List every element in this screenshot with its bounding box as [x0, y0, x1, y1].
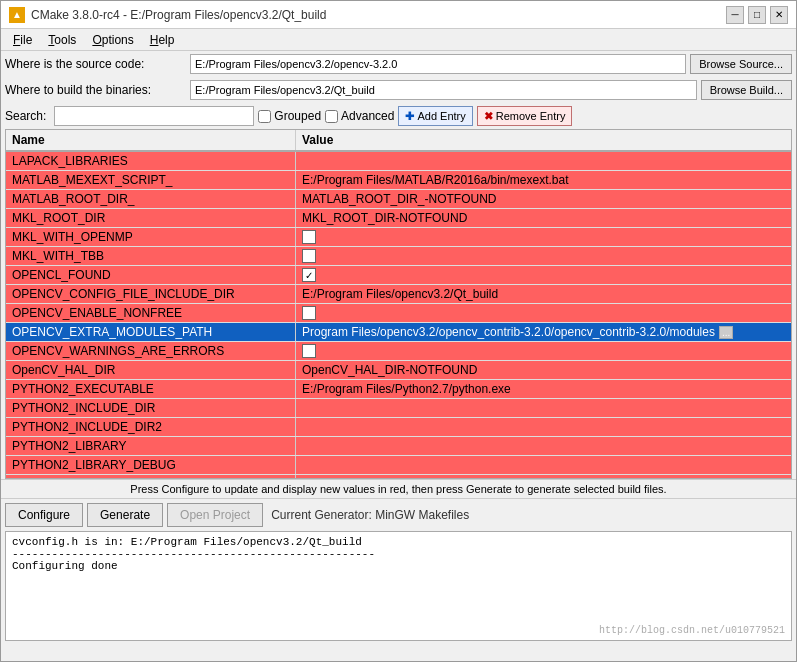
table-row[interactable]: OPENCV_WARNINGS_ARE_ERRORS [6, 342, 791, 361]
log-watermark: http://blog.csdn.net/u010779521 [599, 625, 785, 636]
bottom-buttons: Configure Generate Open Project Current … [1, 498, 796, 531]
generate-button[interactable]: Generate [87, 503, 163, 527]
table-row[interactable]: PYTHON2_INCLUDE_DIR [6, 399, 791, 418]
checkbox-cell[interactable]: ✓ [302, 268, 316, 282]
cell-name: PYTHON2_INCLUDE_DIR2 [6, 418, 296, 436]
table-row[interactable]: OPENCV_CONFIG_FILE_INCLUDE_DIRE:/Program… [6, 285, 791, 304]
value-column-header: Value [296, 130, 791, 150]
table-row[interactable]: OPENCV_EXTRA_MODULES_PATHProgram Files/o… [6, 323, 791, 342]
search-input[interactable] [54, 106, 254, 126]
close-button[interactable]: ✕ [770, 6, 788, 24]
add-entry-label: Add Entry [417, 110, 465, 122]
table-row[interactable]: OpenCV_HAL_DIROpenCV_HAL_DIR-NOTFOUND [6, 361, 791, 380]
table-row[interactable]: MATLAB_ROOT_DIR_MATLAB_ROOT_DIR_-NOTFOUN… [6, 190, 791, 209]
table-header: Name Value [6, 130, 791, 152]
open-project-button[interactable]: Open Project [167, 503, 263, 527]
table-row[interactable]: OPENCV_ENABLE_NONFREE [6, 304, 791, 323]
cell-name: OPENCV_CONFIG_FILE_INCLUDE_DIR [6, 285, 296, 303]
menu-help[interactable]: Help [142, 31, 183, 49]
source-label: Where is the source code: [5, 57, 190, 71]
menu-options[interactable]: Options [84, 31, 141, 49]
log-lines: cvconfig.h is in: E:/Program Files/openc… [12, 536, 785, 572]
log-line: cvconfig.h is in: E:/Program Files/openc… [12, 536, 785, 548]
cell-name: OPENCV_EXTRA_MODULES_PATH [6, 323, 296, 341]
more-button[interactable]: ... [719, 326, 733, 339]
build-input[interactable] [190, 80, 697, 100]
cell-name: PYTHON2_LIBRARY [6, 437, 296, 455]
grouped-checkbox[interactable] [258, 110, 271, 123]
minimize-button[interactable]: ─ [726, 6, 744, 24]
checkbox-cell[interactable] [302, 306, 316, 320]
cell-value: MKL_ROOT_DIR-NOTFOUND [296, 209, 791, 227]
remove-entry-button[interactable]: ✖ Remove Entry [477, 106, 573, 126]
table-row[interactable]: PYTHON2_EXECUTABLEE:/Program Files/Pytho… [6, 380, 791, 399]
checkbox-cell[interactable] [302, 230, 316, 244]
cell-name: PYTHON2_EXECUTABLE [6, 380, 296, 398]
entries-table: Name Value LAPACK_LIBRARIESMATLAB_MEXEXT… [5, 129, 792, 479]
search-row: Search: Grouped Advanced ✚ Add Entry ✖ R… [1, 103, 796, 129]
menu-file[interactable]: File [5, 31, 40, 49]
cell-value [296, 456, 791, 474]
table-row[interactable]: PYTHON2_LIBRARY_DEBUG [6, 456, 791, 475]
cell-name: OPENCL_FOUND [6, 266, 296, 284]
window-controls: ─ □ ✕ [726, 6, 788, 24]
cell-name: LAPACK_LIBRARIES [6, 152, 296, 170]
table-row[interactable]: MATLAB_MEXEXT_SCRIPT_E:/Program Files/MA… [6, 171, 791, 190]
status-text: Press Configure to update and display ne… [130, 483, 666, 495]
table-row[interactable]: MKL_ROOT_DIRMKL_ROOT_DIR-NOTFOUND [6, 209, 791, 228]
browse-source-button[interactable]: Browse Source... [690, 54, 792, 74]
table-row[interactable]: MKL_WITH_TBB [6, 247, 791, 266]
table-row[interactable]: LAPACK_LIBRARIES [6, 152, 791, 171]
table-body: LAPACK_LIBRARIESMATLAB_MEXEXT_SCRIPT_E:/… [6, 152, 791, 479]
checkbox-cell[interactable] [302, 249, 316, 263]
grouped-label: Grouped [274, 109, 321, 123]
cell-name: OPENCV_ENABLE_NONFREE [6, 304, 296, 322]
table-row[interactable]: MKL_WITH_OPENMP [6, 228, 791, 247]
remove-icon: ✖ [484, 110, 493, 123]
cell-name: OPENCV_WARNINGS_ARE_ERRORS [6, 342, 296, 360]
cell-value [296, 152, 791, 170]
log-line: Configuring done [12, 560, 785, 572]
cell-value: Program Files/opencv3.2/opencv_contrib-3… [296, 323, 791, 341]
cell-value: ✓ [296, 266, 791, 284]
add-entry-button[interactable]: ✚ Add Entry [398, 106, 472, 126]
build-label: Where to build the binaries: [5, 83, 190, 97]
cell-value: E:/Program Files/Python2.7/python.exe [296, 380, 791, 398]
table-row[interactable]: PYTHON2_LIBRARY [6, 437, 791, 456]
advanced-label: Advanced [341, 109, 394, 123]
title-bar: ▲ CMake 3.8.0-rc4 - E:/Program Files/ope… [1, 1, 796, 29]
generator-label: Current Generator: MinGW Makefiles [271, 508, 469, 522]
name-column-header: Name [6, 130, 296, 150]
cell-name: PYTHON2_INCLUDE_DIR [6, 399, 296, 417]
cell-value [296, 437, 791, 455]
table-row[interactable]: PYTHON2_INCLUDE_DIR2 [6, 418, 791, 437]
cell-value [296, 304, 791, 322]
maximize-button[interactable]: □ [748, 6, 766, 24]
browse-build-button[interactable]: Browse Build... [701, 80, 792, 100]
advanced-checkbox[interactable] [325, 110, 338, 123]
configure-button[interactable]: Configure [5, 503, 83, 527]
cell-name: PYTHON2_LIBRARY_DEBUG [6, 456, 296, 474]
app-icon: ▲ [9, 7, 25, 23]
log-area[interactable]: cvconfig.h is in: E:/Program Files/openc… [5, 531, 792, 641]
cell-value: OpenCV_HAL_DIR-NOTFOUND [296, 361, 791, 379]
cell-value [296, 418, 791, 436]
window-title: CMake 3.8.0-rc4 - E:/Program Files/openc… [31, 8, 726, 22]
cell-value: E:/Program Files/MATLAB/R2016a/bin/mexex… [296, 171, 791, 189]
source-input[interactable] [190, 54, 686, 74]
cell-name: MKL_WITH_TBB [6, 247, 296, 265]
search-label: Search: [5, 109, 46, 123]
cell-value [296, 247, 791, 265]
grouped-group: Grouped [258, 109, 321, 123]
source-row: Where is the source code: Browse Source.… [1, 51, 796, 77]
cell-value: E:/Program Files/opencv3.2/Qt_build [296, 285, 791, 303]
cell-value: MATLAB_ROOT_DIR_-NOTFOUND [296, 190, 791, 208]
build-row: Where to build the binaries: Browse Buil… [1, 77, 796, 103]
table-row[interactable]: OPENCL_FOUND✓ [6, 266, 791, 285]
cell-name: MKL_ROOT_DIR [6, 209, 296, 227]
log-line: ----------------------------------------… [12, 548, 785, 560]
menu-tools[interactable]: Tools [40, 31, 84, 49]
checkbox-cell[interactable] [302, 344, 316, 358]
cell-value [296, 342, 791, 360]
cell-name: OpenCV_HAL_DIR [6, 361, 296, 379]
